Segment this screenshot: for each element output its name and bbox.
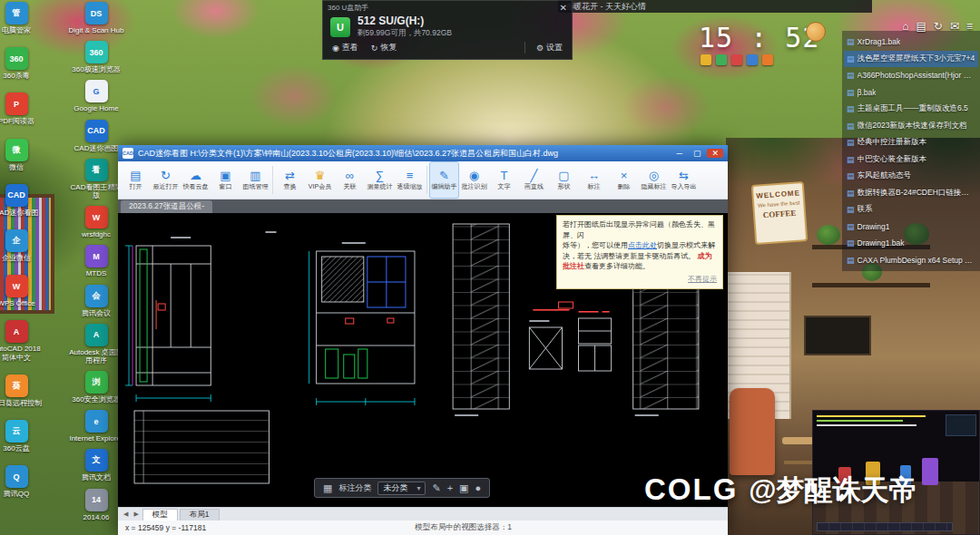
maximize-button[interactable]: ▢: [689, 149, 706, 158]
file-icon: ▤: [847, 37, 855, 46]
files-icon[interactable]: ▤: [916, 20, 926, 33]
click-here-link[interactable]: 点击此处: [628, 241, 657, 249]
sheet-tab-model[interactable]: 模型: [142, 509, 178, 520]
sheet-tab-layout1[interactable]: 布局1: [180, 509, 220, 520]
desktop-icon-autodesk-app[interactable]: AAutodesk 桌面应用程序: [67, 324, 125, 365]
desktop-icon-pc-manager[interactable]: 管电脑管家: [0, 2, 45, 34]
minimize-button[interactable]: ─: [672, 149, 687, 158]
tray-icon[interactable]: [716, 54, 727, 65]
desktop-icon-360-browser[interactable]: 360360极速浏览器: [67, 41, 125, 73]
file-item[interactable]: ▤A366PhotoShopAssistant(Hjor Hjum: [844, 67, 978, 84]
desktop-icon-pdf[interactable]: PPDF阅读器: [0, 92, 45, 125]
tray-icon[interactable]: [747, 54, 758, 65]
link-button[interactable]: ∞关联: [335, 161, 365, 199]
dog-avatar-icon[interactable]: [806, 22, 826, 42]
restore-button[interactable]: ↻恢复: [371, 42, 397, 54]
desktop-icon-sunflower[interactable]: 葵向日葵远程控制: [0, 374, 45, 407]
desktop-icon-mtds[interactable]: MMTDS: [67, 245, 125, 277]
desktop-icon-google-home[interactable]: GGoogle Home: [67, 80, 125, 112]
file-item[interactable]: ▤经典中控注册新版本: [844, 134, 978, 151]
copy-icon[interactable]: ▣: [459, 482, 468, 494]
desktop-icon-360-safe-browser[interactable]: 浏360安全浏览器: [67, 371, 125, 404]
document-tab[interactable]: 2023.6.27张道昌公租-: [121, 200, 212, 213]
close-icon[interactable]: ✕: [560, 3, 567, 13]
file-item[interactable]: ▤微信2023新版本快速保存到文档: [844, 118, 978, 135]
recent-button[interactable]: ↻最近打开: [151, 161, 181, 199]
swap-button[interactable]: ⇄查换: [275, 161, 305, 199]
menu-icon[interactable]: ≡: [966, 20, 973, 33]
desktop-icon-tencent-docs[interactable]: 文腾讯文档: [67, 449, 125, 482]
desktop-icon-wps[interactable]: WWPS Office: [0, 275, 45, 307]
file-item[interactable]: ▤Drawing1: [844, 219, 978, 236]
desktop-icon-qq[interactable]: Q腾讯QQ: [0, 465, 45, 498]
file-item[interactable]: ▤主题桌面工具——重制版改造6.5: [844, 101, 978, 118]
desktop-icon-digit-scan-hub[interactable]: DSDigit & Scan Hub: [67, 2, 125, 34]
file-icon: ▤: [847, 238, 855, 248]
sheet-next-icon[interactable]: ▶: [132, 511, 140, 518]
desktop-icon-cad-viewer[interactable]: CADCAD迷你看图: [0, 184, 45, 217]
desktop-icon-wecom[interactable]: 企企业微信: [0, 229, 45, 262]
refresh-icon[interactable]: ↻: [934, 20, 943, 33]
hide-annotation-button[interactable]: ◎隐藏标注: [639, 161, 669, 199]
file-item[interactable]: ▤中巴安心装全新版本: [844, 151, 978, 169]
measure-stats-button[interactable]: ∑测量统计: [365, 161, 395, 199]
file-item[interactable]: ▤Drawing1.bak: [844, 235, 978, 252]
dimension-icon: ↔: [588, 170, 600, 181]
desktop-icon-wrsfdghc[interactable]: Wwrsfdghc: [67, 206, 125, 238]
import-export-button[interactable]: ⇆导入导出: [669, 161, 699, 199]
tencent-meeting-icon: 会: [85, 285, 108, 307]
desktop-icon-tencent-meeting[interactable]: 会腾讯会议: [67, 285, 125, 317]
text-button[interactable]: T文字: [489, 161, 519, 199]
edit-assistant-button[interactable]: ✎编辑助手: [429, 161, 459, 199]
dismiss-link[interactable]: 不再提示: [563, 274, 717, 285]
file-item[interactable]: ▤联系: [844, 201, 978, 219]
window-button[interactable]: ▣窗口: [211, 161, 240, 199]
dimension-button[interactable]: ↔标注: [579, 161, 609, 199]
home-icon[interactable]: ⌂: [902, 20, 908, 33]
cad-canvas[interactable]: 若打开图纸后出现显示异常问题（颜色丢失、黑屏、闪 烁等），您可以使用点击此处切换…: [118, 213, 728, 507]
edit-icon[interactable]: ✎: [432, 482, 440, 494]
desktop-icon-folder-2014[interactable]: 142014.06: [67, 489, 125, 521]
file-item[interactable]: ▤β.bak: [844, 84, 978, 102]
move-icon[interactable]: +: [447, 482, 453, 493]
desktop-icon-cad-kantuwang[interactable]: 看CAD看图王精简版: [67, 159, 125, 199]
close-button[interactable]: ✕: [707, 149, 723, 158]
colg-logo: COLG: [644, 472, 738, 507]
desktop-icon-wechat[interactable]: 微微信: [0, 139, 45, 171]
tray-icon[interactable]: [762, 54, 773, 65]
desktop-icon-autocad[interactable]: AAutoCAD 2018 简体中文: [0, 320, 45, 361]
file-item[interactable]: ▤XrDrag1.bak: [844, 34, 978, 51]
usb-assistant-popup: 360 U盘助手 ✕ U 512 SU/G(H:) 剩59.99G可用，共70.…: [322, 0, 573, 60]
open-icon: ▤: [130, 170, 141, 181]
title-bar[interactable]: CAD CAD迷你看图 H:\分类文件(1)\方案\钟南山(2023.3.10公…: [118, 145, 728, 161]
vip-button[interactable]: ♛VIP会员: [305, 161, 335, 199]
cloud-drive-button[interactable]: ☁快看云盘: [181, 161, 211, 199]
sheet-prev-icon[interactable]: ◀: [122, 511, 130, 518]
mail-icon[interactable]: ✉: [950, 20, 959, 33]
desktop-icon-internet-explorer[interactable]: eInternet Explorer: [67, 410, 125, 443]
file-item[interactable]: ▤数据转换器B-24#CDEH口链接全文档: [844, 185, 978, 202]
lock-icon[interactable]: ●: [475, 482, 481, 493]
zoom-levels-button[interactable]: ≡逐级缩放: [395, 161, 425, 199]
game-sprite: [922, 458, 938, 485]
settings-button[interactable]: ⚙设置: [524, 42, 563, 54]
delete-button[interactable]: ×删除: [609, 161, 639, 199]
file-item[interactable]: ▤浅色星空竖屏壁纸天下3小元宝7+4: [844, 51, 978, 68]
file-item[interactable]: ▤东风起航动态号: [844, 168, 978, 185]
file-item[interactable]: ▤CAXA PlumbDesign x64 Setup 16.23...: [844, 252, 978, 269]
drawing-manager-button[interactable]: ▥图纸管理: [240, 161, 270, 199]
open-button[interactable]: ▤打开: [121, 161, 151, 199]
desktop-icon-360[interactable]: 360360杀毒: [0, 47, 45, 80]
desktop-icon-cloud[interactable]: 云360云盘: [0, 420, 45, 452]
restore-icon: ↻: [371, 44, 378, 53]
view-button[interactable]: ◉查看: [332, 42, 358, 54]
grid-icon[interactable]: ▦: [323, 482, 332, 494]
tray-icon[interactable]: [701, 54, 711, 65]
desktop-icon-cad-draw[interactable]: CADCAD迷你画图: [67, 120, 125, 152]
annotation-category-select[interactable]: 未分类▾: [377, 482, 426, 495]
annotation-recognize-button[interactable]: ◉批注识别: [459, 161, 489, 199]
file-icon: ▤: [847, 155, 855, 164]
shape-button[interactable]: ▢形状: [549, 161, 579, 199]
tray-icon[interactable]: [731, 54, 742, 65]
line-button[interactable]: ╱画直线: [519, 161, 549, 199]
